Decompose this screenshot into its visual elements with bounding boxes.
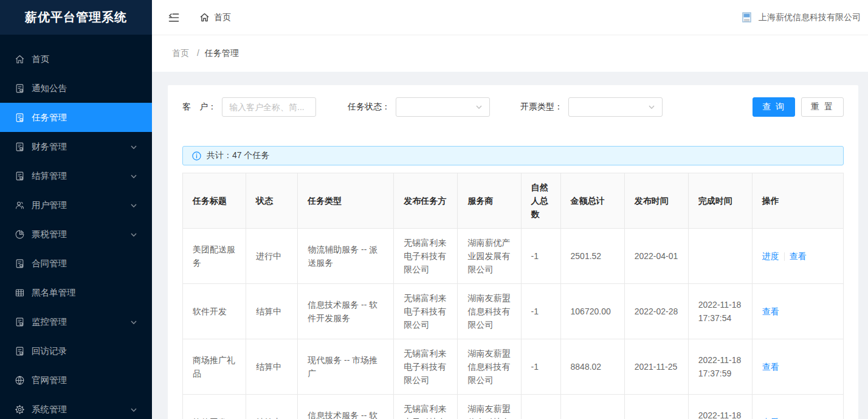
cell-publisher: 无锡富利来电子科技有限公司 (394, 284, 458, 339)
breadcrumb-item: 首页 / (172, 48, 205, 59)
notice-icon (15, 83, 25, 94)
table-header-cell: 金额总计 (560, 173, 624, 229)
table-header-cell: 发布任务方 (394, 173, 458, 229)
cell-status: 结算中 (246, 284, 298, 339)
chevron-down-icon (130, 172, 137, 179)
sidebar-item-label: 财务管理 (32, 141, 130, 153)
cell-status: 结算中 (246, 339, 298, 395)
cell-provider: 湖南友薪盟信息科技有限公司 (458, 395, 521, 419)
cell-actions: 查看 (752, 395, 843, 419)
sidebar-item[interactable]: 监控管理 (0, 307, 152, 336)
website-icon (15, 375, 25, 386)
search-button[interactable]: 查 询 (753, 97, 795, 117)
settlement-icon (15, 171, 25, 181)
cell-task-type: 信息技术服务 -- 软件开发服务 (298, 395, 394, 419)
task-icon (15, 113, 25, 123)
sidebar: 薪优平台管理系统 首页 通知公告 任务管理 (0, 0, 152, 419)
main-area: 首页 上海薪优信息科技有限公司 首页 / (152, 0, 868, 419)
company-name: 上海薪优信息科技有限公司 (759, 12, 861, 23)
invoice-type-label: 开票类型： (520, 102, 563, 113)
action-link[interactable]: 查看 (762, 306, 779, 316)
customer-label: 客 户： (182, 102, 216, 113)
menu-fold-icon[interactable] (168, 12, 180, 24)
sidebar-item[interactable]: 票税管理 (0, 220, 152, 249)
action-link[interactable]: 查看 (762, 362, 779, 372)
cell-persons: -1 (521, 284, 560, 339)
action-link[interactable]: 查看 (790, 251, 807, 261)
sidebar-item-label: 通知公告 (32, 83, 130, 94)
customer-input[interactable] (222, 97, 316, 117)
chevron-down-icon (130, 318, 137, 325)
reset-button[interactable]: 重 置 (801, 97, 844, 117)
user-icon (15, 200, 25, 210)
topbar: 首页 上海薪优信息科技有限公司 (152, 0, 868, 35)
task-table: 任务标题状态任务类型发布任务方服务商自然人总数金额总计发布时间完成时间操作 美团… (182, 173, 844, 419)
table-row: 软件开发 结算中 信息技术服务 -- 软件开发服务 无锡富利来电子科技有限公司 … (183, 395, 844, 419)
cell-amount: 106720.00 (560, 284, 624, 339)
action-link[interactable]: 进度 (762, 251, 779, 261)
sidebar-item[interactable]: 通知公告 (0, 74, 152, 103)
cell-persons: -1 (521, 395, 560, 419)
task-status-label: 任务状态： (348, 102, 390, 113)
cell-task-type: 物流辅助服务 -- 派送服务 (298, 229, 394, 284)
sidebar-item[interactable]: 财务管理 (0, 132, 152, 161)
monitor-icon (15, 317, 25, 327)
sidebar-menu: 首页 通知公告 任务管理 财务管理 (0, 35, 152, 419)
table-header-cell: 状态 (246, 173, 298, 229)
sidebar-item[interactable]: 系统管理 (0, 395, 152, 419)
total-alert: 共计：47 个任务 (182, 146, 844, 165)
cell-provider: 湖南薪优产业园发展有限公司 (458, 229, 521, 284)
topbar-user[interactable]: 上海薪优信息科技有限公司 (742, 12, 861, 23)
sidebar-item[interactable]: 黑名单管理 (0, 278, 152, 307)
sidebar-item[interactable]: 回访记录 (0, 336, 152, 365)
sidebar-item[interactable]: 任务管理 (0, 103, 152, 132)
cell-task-type: 信息技术服务 -- 软件开发服务 (298, 284, 394, 339)
sidebar-item[interactable]: 结算管理 (0, 161, 152, 190)
cell-task-type: 现代服务 -- 市场推广 (298, 339, 394, 395)
cell-publisher: 无锡富利来电子科技有限公司 (394, 339, 458, 395)
table-header-cell: 完成时间 (688, 173, 752, 229)
cell-amount: 2501.52 (560, 229, 624, 284)
avatar-broken-image-icon (742, 12, 751, 23)
invoice-type-select[interactable] (568, 97, 663, 117)
task-card: 客 户： 任务状态： 开票类型： 查 询 重 置 (168, 85, 858, 419)
table-header-cell: 任务类型 (298, 173, 394, 229)
cell-provider: 湖南友薪盟信息科技有限公司 (458, 284, 521, 339)
topbar-home-label: 首页 (214, 12, 231, 23)
breadcrumb-label[interactable]: 任务管理 (205, 48, 239, 58)
system-icon (15, 404, 25, 415)
table-row: 软件开发 结算中 信息技术服务 -- 软件开发服务 无锡富利来电子科技有限公司 … (183, 284, 844, 339)
breadcrumb-item: 任务管理 / (205, 48, 239, 59)
cell-task-title: 商场推广礼品 (183, 339, 246, 395)
home-icon (199, 12, 210, 23)
sidebar-item-label: 结算管理 (32, 170, 130, 182)
cell-amount: 104500.00 (560, 395, 624, 419)
task-status-select[interactable] (396, 97, 490, 117)
cell-actions: 查看 (752, 339, 843, 395)
chevron-down-icon (130, 406, 137, 413)
cell-task-title: 软件开发 (183, 284, 246, 339)
cell-published: 2022-02-28 (624, 284, 688, 339)
page: 薪优平台管理系统 首页 通知公告 任务管理 (0, 0, 868, 419)
breadcrumb-label[interactable]: 首页 (172, 48, 189, 58)
sidebar-item[interactable]: 合同管理 (0, 249, 152, 278)
action-divider (784, 252, 785, 261)
cell-finished: 2022-11-18 17:37:59 (688, 339, 752, 395)
sidebar-item[interactable]: 用户管理 (0, 190, 152, 220)
table-header-cell: 发布时间 (624, 173, 688, 229)
chevron-down-icon (475, 103, 483, 111)
sidebar-item-label: 合同管理 (32, 258, 130, 269)
app-title: 薪优平台管理系统 (0, 0, 152, 35)
cell-published: 2022-04-01 (624, 229, 688, 284)
sidebar-item[interactable]: 官网管理 (0, 365, 152, 395)
cell-persons: -1 (521, 339, 560, 395)
sidebar-item-label: 任务管理 (32, 112, 130, 123)
info-circle-icon (192, 151, 201, 161)
filter-buttons: 查 询 重 置 (753, 97, 844, 117)
table-row: 商场推广礼品 结算中 现代服务 -- 市场推广 无锡富利来电子科技有限公司 湖南… (183, 339, 844, 395)
cell-finished (688, 229, 752, 284)
cell-published: 2021-12-07 (624, 395, 688, 419)
topbar-home-link[interactable]: 首页 (199, 12, 231, 23)
sidebar-item[interactable]: 首页 (0, 44, 152, 74)
filter-row: 客 户： 任务状态： 开票类型： 查 询 重 置 (182, 97, 844, 117)
